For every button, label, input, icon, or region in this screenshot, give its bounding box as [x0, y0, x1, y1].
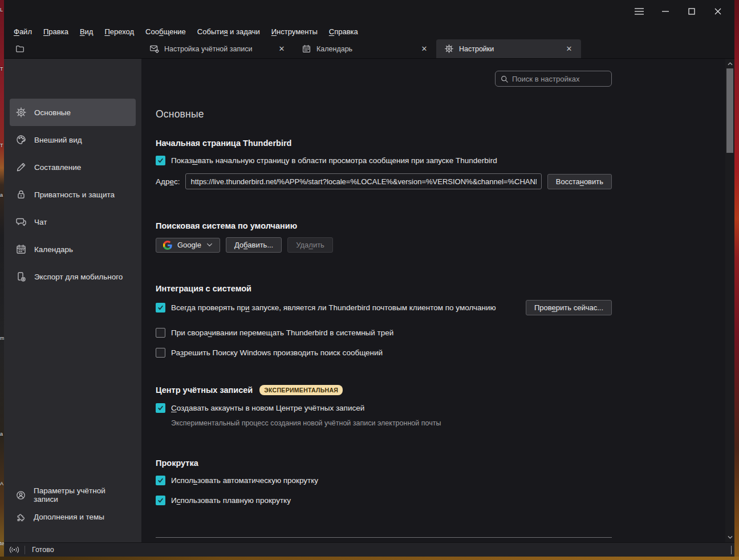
sidebar-item-calendar[interactable]: Календарь	[10, 236, 136, 263]
title-bar	[4, 0, 734, 23]
selected-engine-label: Google	[177, 241, 201, 249]
sidebar-item-privacy[interactable]: Приватность и защита	[10, 181, 136, 208]
tab-account-setup[interactable]: Настройка учётной записи ✕	[141, 39, 294, 58]
resize-grip[interactable]	[731, 546, 732, 554]
search-input[interactable]	[512, 75, 607, 83]
menu-view[interactable]: Вид	[74, 25, 99, 39]
maximize-icon	[688, 8, 695, 15]
sidebar-item-label: Внешний вид	[34, 136, 82, 144]
chevron-up-icon	[728, 62, 733, 66]
menu-message[interactable]: Сообщение	[140, 25, 192, 39]
settings-content: Основные Начальная страница Thunderbird …	[141, 59, 725, 542]
checkbox-windows-search[interactable]	[156, 348, 165, 358]
sidebar-item-composition[interactable]: Составление	[10, 153, 136, 181]
check-icon	[157, 405, 164, 411]
tab-calendar[interactable]: Календарь ✕	[294, 39, 436, 58]
menu-file[interactable]: Файл	[8, 25, 38, 39]
menu-help[interactable]: Справка	[323, 25, 364, 39]
network-status-button[interactable]	[4, 546, 25, 554]
sidebar-item-appearance[interactable]: Внешний вид	[10, 126, 136, 153]
desktop-label-fragment: m	[0, 335, 4, 341]
desktop-label-fragment: A	[0, 481, 4, 486]
checkbox-label: Разрешить Поиску Windows производить пои…	[171, 348, 383, 358]
maximize-button[interactable]	[679, 2, 705, 21]
close-icon	[714, 8, 721, 15]
search-engine-dropdown[interactable]: Google	[156, 238, 220, 253]
tab-close-button[interactable]: ✕	[563, 43, 575, 55]
content-scrollbar[interactable]	[725, 59, 734, 542]
status-bar: Готово	[4, 542, 734, 557]
checkbox-label: Создавать аккаунты в новом Центре учётны…	[171, 403, 364, 413]
tab-label: Настройки	[459, 45, 558, 53]
checkbox-smooth-scroll[interactable]	[156, 496, 165, 505]
sidebar-item-label: Составление	[34, 163, 81, 172]
search-icon	[500, 75, 509, 83]
calendar-icon	[302, 44, 311, 54]
sidebar-item-account-settings[interactable]: Параметры учётной записи	[10, 484, 136, 506]
menu-go[interactable]: Переход	[99, 25, 140, 39]
page-title: Основные	[156, 108, 612, 120]
checkbox-account-hub[interactable]	[156, 403, 165, 413]
menu-events-tasks[interactable]: События и задачи	[192, 25, 266, 39]
scroll-down-arrow[interactable]	[725, 533, 734, 541]
desktop-edge-bottom	[0, 557, 739, 560]
sidebar-item-chat[interactable]: Чат	[10, 208, 136, 236]
desktop-label-fragment: T	[0, 143, 4, 148]
menu-edit[interactable]: Правка	[38, 25, 74, 39]
checkbox-minimize-to-tray[interactable]	[156, 328, 165, 338]
sidebar-item-addons-themes[interactable]: Дополнения и темы	[10, 506, 136, 527]
checkbox-autoscroll[interactable]	[156, 476, 165, 485]
calendar-icon	[15, 244, 27, 255]
check-icon	[157, 497, 164, 504]
check-now-button[interactable]: Проверить сейчас...	[526, 300, 612, 315]
spaces-toolbar-button[interactable]	[4, 40, 36, 59]
minimize-button[interactable]	[652, 2, 679, 21]
section-title-account-hub: Центр учётных записей	[156, 385, 253, 395]
scroll-up-arrow[interactable]	[725, 60, 734, 68]
scrollbar-thumb[interactable]	[726, 68, 733, 153]
remove-engine-button[interactable]: Удалить	[287, 237, 333, 253]
section-title-integration: Интеграция с системой	[156, 284, 612, 293]
tab-settings[interactable]: Настройки ✕	[436, 39, 581, 58]
add-engine-button[interactable]: Добавить...	[226, 237, 282, 253]
tab-close-button[interactable]: ✕	[418, 43, 431, 55]
statusbar-separator	[25, 546, 25, 554]
sidebar-item-label: Чат	[34, 218, 47, 226]
sidebar-item-label: Экспорт для мобильного	[34, 273, 123, 281]
pencil-icon	[15, 161, 27, 173]
checkbox-label: Всегда проверять при запуске, является л…	[171, 303, 496, 313]
tab-close-button[interactable]: ✕	[275, 43, 288, 55]
antenna-icon	[9, 546, 20, 554]
checkbox-label: Использовать плавную прокрутку	[171, 496, 291, 505]
restore-default-button[interactable]: Восстановить	[547, 174, 612, 189]
account-hub-description: Экспериментальный процесс создания новой…	[156, 419, 612, 427]
sidebar-item-general[interactable]: Основные	[10, 99, 136, 126]
folder-icon	[15, 44, 25, 54]
section-title-homepage: Начальная страница Thunderbird	[156, 139, 612, 148]
desktop-edge-left: L T T a m a A te	[0, 0, 4, 560]
checkbox-show-start-page[interactable]	[156, 156, 165, 165]
tab-bar: Настройка учётной записи ✕ Календарь ✕ Н…	[4, 40, 734, 59]
account-settings-icon	[149, 44, 159, 54]
sidebar-item-label: Приватность и защита	[34, 190, 115, 199]
chevron-down-icon	[206, 243, 213, 247]
section-title-scrolling: Прокрутка	[156, 458, 612, 468]
desktop-label-fragment: te	[0, 541, 4, 546]
check-icon	[157, 305, 164, 311]
section-divider	[156, 537, 612, 538]
chevron-down-icon	[728, 535, 733, 539]
desktop-label-fragment: L	[0, 7, 4, 13]
homepage-url-input[interactable]	[185, 173, 541, 189]
palette-icon	[15, 134, 27, 145]
desktop-label-fragment: a	[0, 431, 4, 437]
gear-icon	[15, 107, 27, 118]
thunderbird-window: Файл Правка Вид Переход Сообщение Событи…	[4, 0, 734, 557]
sidebar-item-mobile-export[interactable]: Экспорт для мобильного	[10, 263, 136, 290]
desktop-edge-right	[734, 0, 739, 560]
close-button[interactable]	[705, 2, 731, 21]
account-icon	[15, 490, 26, 501]
checkbox-check-default-client[interactable]	[156, 303, 165, 313]
desktop-label-fragment: a	[0, 192, 4, 198]
menu-tools[interactable]: Инструменты	[266, 25, 323, 39]
app-menu-button[interactable]	[626, 2, 652, 21]
